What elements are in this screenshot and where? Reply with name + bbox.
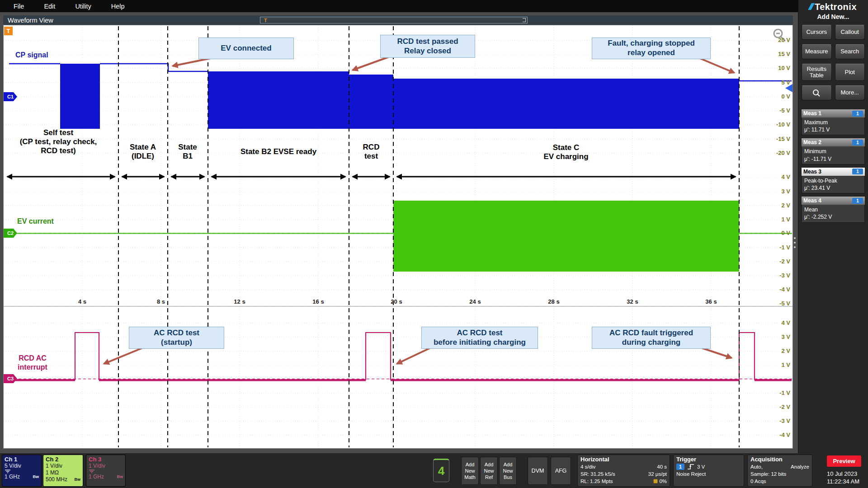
cp-axis-label: 0 V: [761, 93, 790, 100]
channel-3-tile[interactable]: Ch 3 1 V/div 1 GHz Bw: [86, 455, 126, 487]
meas-2-panel[interactable]: Meas 2 1 Minimum μ': -11.71 V: [802, 138, 865, 164]
horizontal-scale: 4 s/div: [580, 463, 595, 470]
channel-1-tile[interactable]: Ch 1 5 V/div 1 GHz Bw: [2, 455, 42, 487]
cp-axis-label: -20 V: [761, 150, 790, 156]
callout-rcd-fault[interactable]: AC RCD fault triggered during charging: [592, 327, 711, 349]
horizontal-title: Horizontal: [578, 455, 670, 463]
meas-2-type: Minimum: [804, 148, 862, 155]
rcd-axis-label: 3 V: [761, 333, 790, 340]
trigger-panel[interactable]: Trigger 1 3 V Noise Reject: [673, 455, 744, 487]
time-axis-label: 8 s: [157, 298, 165, 305]
rcd-axis-label: 1 V: [761, 361, 790, 368]
more-button[interactable]: More...: [835, 85, 865, 100]
date-label: 10 Jul 2023: [827, 470, 857, 477]
channel-2-bandwidth: 500 MHz: [46, 476, 67, 483]
preview-button[interactable]: Preview: [827, 455, 861, 467]
channel-2-tile[interactable]: Ch 2 1 V/div 1 MΩ 500 MHz Bw: [43, 455, 83, 487]
add-new-bus-button[interactable]: Add New Bus: [499, 457, 517, 485]
channel-3-name: Ch 3: [86, 455, 125, 463]
ev-axis-label: -2 V: [761, 258, 790, 265]
state-label-selftest: Self test (CP test, relay check, RCD tes…: [9, 128, 108, 155]
menu-edit[interactable]: Edit: [44, 3, 55, 10]
acquisition-analyze: Analyze: [791, 463, 809, 470]
zoom-mode-button[interactable]: [802, 85, 832, 100]
time-axis-label: 24 s: [469, 298, 481, 305]
meas-3-source-badge: 1: [852, 169, 863, 174]
horizontal-utilization: 0%: [659, 479, 667, 484]
acquisition-sample-bits: Sample: 12 bits: [750, 470, 786, 478]
zoom-overview-bar[interactable]: T: [260, 17, 528, 23]
menu-utility[interactable]: Utility: [75, 3, 91, 10]
time-axis-label: 16 s: [312, 298, 324, 305]
measure-button[interactable]: Measure: [802, 44, 832, 59]
meas-2-source-badge: 1: [852, 140, 863, 145]
meas-1-source-badge: 1: [852, 111, 863, 117]
channel-2-scale: 1 V/div: [46, 463, 62, 469]
add-new-math-button[interactable]: Add New Math: [461, 457, 479, 485]
c2-ev-current-trace[interactable]: [4, 201, 793, 272]
channel-1-bw-tag: Bw: [33, 474, 39, 480]
trigger-source-badge[interactable]: T: [4, 27, 13, 35]
channel-1-scale: 5 V/div: [5, 463, 21, 469]
state-label-rcd-test: RCD test: [358, 143, 385, 161]
waveform-view-titlebar: Waveform View T: [3, 15, 793, 25]
ground-coupling-icon: [5, 469, 11, 474]
meas-3-panel[interactable]: Meas 3 1 Peak-to-Peak μ': 23.41 V: [802, 168, 865, 193]
time-axis-label: 20 s: [391, 298, 402, 305]
time-axis-label: 36 s: [705, 298, 717, 305]
acquisition-title: Acquisition: [748, 455, 812, 463]
waveform-plot[interactable]: T C1 C2 C3 CP signal EV current RCD AC i…: [3, 25, 793, 449]
meas-4-name: Meas 4: [803, 197, 852, 204]
callout-button[interactable]: Callout: [835, 25, 865, 40]
cp-axis-label: 15 V: [761, 51, 790, 57]
channel-4-button[interactable]: 4: [433, 459, 449, 482]
rcd-axis-label: 2 V: [761, 347, 790, 354]
overview-end-marker: [523, 18, 526, 22]
callout-rcd-before-charging[interactable]: AC RCD test before initiating charging: [421, 327, 538, 349]
acquisition-count: 0 Acqs: [750, 478, 766, 485]
channel-1-bandwidth: 1 GHz: [5, 474, 20, 480]
trigger-mode: Noise Reject: [676, 470, 706, 478]
meas-1-name: Meas 1: [803, 110, 852, 117]
menu-help[interactable]: Help: [111, 3, 125, 10]
horizontal-panel[interactable]: Horizontal 4 s/div 40 s SR: 31.25 kS/s 3…: [577, 455, 670, 487]
cp-axis-label: -10 V: [761, 121, 790, 128]
afg-button[interactable]: AFG: [551, 457, 571, 485]
callout-rcd-passed[interactable]: RCD test passed Relay closed: [380, 35, 475, 58]
horizontal-window: 40 s: [657, 463, 667, 470]
bottom-settings-bar: Ch 1 5 V/div 1 GHz Bw Ch 2 1 V/div 1 MΩ …: [0, 453, 868, 488]
callout-rcd-startup[interactable]: AC RCD test (startup): [129, 327, 224, 349]
callout-ev-connected[interactable]: EV connected: [198, 38, 294, 59]
plot-button[interactable]: Plot: [835, 64, 865, 81]
meas-1-panel[interactable]: Meas 1 1 Maximum μ': 11.71 V: [802, 109, 865, 135]
panel-splitter-handle[interactable]: [794, 237, 796, 251]
add-new-ref-button[interactable]: Add New Ref: [480, 457, 498, 485]
ev-axis-label: -5 V: [761, 300, 790, 307]
cursors-button[interactable]: Cursors: [802, 25, 832, 40]
callout-fault[interactable]: Fault, charging stopped relay opened: [592, 38, 711, 59]
trigger-position-marker[interactable]: T: [264, 17, 267, 24]
meas-4-panel[interactable]: Meas 4 1 Mean μ': -2.252 V: [802, 197, 865, 222]
menu-file[interactable]: File: [14, 3, 24, 10]
cp-axis-label: -15 V: [761, 136, 790, 142]
ev-axis-label: -3 V: [761, 272, 790, 279]
results-table-button[interactable]: Results Table: [802, 64, 832, 81]
dvm-button[interactable]: DVM: [528, 457, 548, 485]
ev-axis-label: 1 V: [761, 216, 790, 223]
meas-1-value: μ': 11.71 V: [804, 126, 862, 133]
meas-2-value: μ': -11.71 V: [804, 155, 862, 163]
time-axis-label: 12 s: [234, 298, 245, 305]
channel-2-impedance: 1 MΩ: [46, 469, 59, 476]
trigger-title: Trigger: [674, 455, 744, 463]
search-button[interactable]: Search: [835, 44, 865, 59]
ev-axis-label: -4 V: [761, 286, 790, 293]
acquisition-panel[interactable]: Acquisition Auto, Analyze Sample: 12 bit…: [747, 455, 812, 487]
cp-axis-label: -5 V: [761, 107, 790, 114]
channel-3-bw-tag: Bw: [117, 474, 123, 480]
ev-axis-label: 0 V: [761, 230, 790, 236]
time-axis-label: 32 s: [627, 298, 638, 305]
meas-1-type: Maximum: [804, 119, 862, 126]
menu-bar: File Edit Utility Help: [0, 0, 798, 12]
c1-cp-signal-trace[interactable]: [9, 64, 792, 129]
acquisition-mode: Auto,: [750, 463, 763, 470]
